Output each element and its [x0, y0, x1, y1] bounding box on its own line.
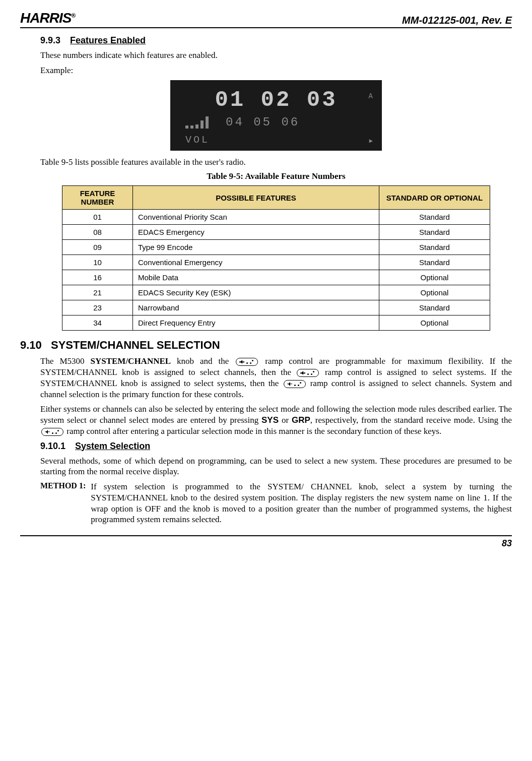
heading-title: Features Enabled: [70, 35, 146, 45]
table-row: 16 Mobile Data Optional: [62, 270, 490, 285]
cell-feature: Type 99 Encode: [133, 240, 379, 255]
page-number: 83: [502, 538, 512, 548]
ramp-icon: [236, 358, 258, 366]
cell-feature: EDACS Emergency: [133, 225, 379, 240]
brand-logo: HARRIS®: [20, 10, 75, 26]
text: ramp control after entering a particular…: [64, 426, 441, 436]
col-header-standard-optional: STANDARD OR OPTIONAL: [379, 186, 490, 210]
cell-number: 23: [62, 300, 133, 315]
text: or: [279, 415, 292, 425]
table-caption: Table 9-5: Available Feature Numbers: [40, 171, 512, 181]
page-footer: 83: [20, 535, 512, 549]
display-a-indicator: A: [369, 92, 373, 100]
play-icon: ▶: [369, 137, 373, 145]
cell-number: 10: [62, 255, 133, 270]
cell-so: Standard: [379, 240, 490, 255]
heading-system-channel-selection: 9.10 SYSTEM/CHANNEL SELECTION: [20, 339, 512, 352]
cell-feature: EDACS Security Key (ESK): [133, 285, 379, 300]
table-row: 08 EDACS Emergency Standard: [62, 225, 490, 240]
paragraph: Table 9-5 lists possible features availa…: [40, 157, 512, 168]
bold-text: SYSTEM/CHANNEL: [90, 356, 171, 366]
cell-so: Optional: [379, 270, 490, 285]
cell-feature: Narrowband: [133, 300, 379, 315]
display-vol-label: VOL: [185, 134, 210, 146]
paragraph: Several methods, some of which depend on…: [40, 456, 512, 478]
page-header: HARRIS® MM-012125-001, Rev. E: [20, 10, 512, 28]
heading-system-selection: 9.10.1 System Selection: [40, 441, 512, 452]
heading-title: System Selection: [75, 441, 150, 451]
cell-number: 08: [62, 225, 133, 240]
cell-number: 16: [62, 270, 133, 285]
cell-so: Standard: [379, 210, 490, 225]
text: , respectively, from the standard receiv…: [310, 415, 512, 425]
table-row: 10 Conventional Emergency Standard: [62, 255, 490, 270]
display-line-1: 01 02 03: [170, 87, 382, 112]
cell-feature: Direct Frequency Entry: [133, 315, 379, 331]
signal-bars-icon: [185, 114, 209, 129]
col-header-number: FEATURE NUMBER: [62, 186, 133, 210]
ramp-icon: [297, 369, 319, 377]
paragraph: The M5300 SYSTEM/CHANNEL knob and the ra…: [40, 356, 512, 400]
grp-key-label: GRP: [292, 415, 310, 425]
cell-number: 21: [62, 285, 133, 300]
text: knob and the: [171, 356, 235, 366]
radio-display-figure: 01 02 03 04 05 06 VOL A ▶: [40, 80, 512, 153]
table-row: 21 EDACS Security Key (ESK) Optional: [62, 285, 490, 300]
heading-features-enabled: 9.9.3 Features Enabled: [40, 35, 512, 46]
cell-so: Optional: [379, 315, 490, 331]
document-id: MM-012125-001, Rev. E: [402, 15, 512, 26]
cell-so: Standard: [379, 255, 490, 270]
cell-feature: Conventional Priority Scan: [133, 210, 379, 225]
radio-display: 01 02 03 04 05 06 VOL A ▶: [170, 80, 382, 151]
cell-number: 01: [62, 210, 133, 225]
text: The M5300: [40, 356, 90, 366]
paragraph: Either systems or channels can also be s…: [40, 404, 512, 436]
method-body: If system selection is programmed to the…: [91, 481, 512, 525]
heading-number: 9.9.3: [40, 35, 60, 45]
cell-number: 09: [62, 240, 133, 255]
logo-text: HARRIS: [20, 10, 71, 26]
paragraph: Example:: [40, 65, 512, 76]
page-content: 9.9.3 Features Enabled These numbers ind…: [40, 35, 512, 525]
method-label: METHOD 1:: [40, 481, 86, 525]
cell-so: Optional: [379, 285, 490, 300]
col-header-features: POSSIBLE FEATURES: [133, 186, 379, 210]
method-1: METHOD 1: If system selection is program…: [40, 481, 512, 525]
heading-number: 9.10: [20, 339, 42, 351]
table-row: 34 Direct Frequency Entry Optional: [62, 315, 490, 331]
cell-number: 34: [62, 315, 133, 331]
sys-key-label: SYS: [261, 415, 279, 425]
table-row: 09 Type 99 Encode Standard: [62, 240, 490, 255]
cell-so: Standard: [379, 300, 490, 315]
heading-number: 9.10.1: [40, 441, 65, 451]
cell-feature: Mobile Data: [133, 270, 379, 285]
ramp-icon: [41, 428, 63, 436]
cell-feature: Conventional Emergency: [133, 255, 379, 270]
paragraph: These numbers indicate which features ar…: [40, 50, 512, 61]
table-row: 01 Conventional Priority Scan Standard: [62, 210, 490, 225]
table-header-row: FEATURE NUMBER POSSIBLE FEATURES STANDAR…: [62, 186, 490, 210]
feature-table: FEATURE NUMBER POSSIBLE FEATURES STANDAR…: [62, 185, 490, 331]
display-line-2: 04 05 06: [226, 115, 300, 129]
cell-so: Standard: [379, 225, 490, 240]
table-row: 23 Narrowband Standard: [62, 300, 490, 315]
ramp-icon: [284, 380, 306, 388]
heading-title: SYSTEM/CHANNEL SELECTION: [51, 339, 220, 351]
